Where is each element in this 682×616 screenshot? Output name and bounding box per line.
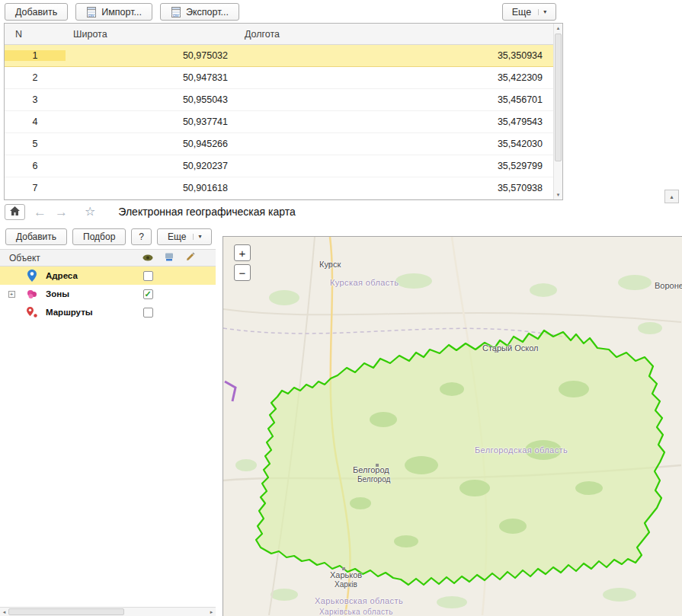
layer-row-addresses[interactable]: Адреса bbox=[0, 267, 216, 285]
eye-icon bbox=[142, 253, 153, 263]
lon-cell[interactable]: 35,542030 bbox=[237, 139, 562, 149]
add-object-label: Добавить bbox=[16, 231, 56, 242]
pick-button[interactable]: Подбор bbox=[72, 228, 126, 245]
edit-column-header[interactable] bbox=[180, 252, 201, 263]
map-label-kharkov: Харьков bbox=[330, 570, 362, 579]
navigation-bar: ← → ☆ Электронная географическая карта bbox=[0, 202, 564, 222]
tree-expand-icon[interactable]: + bbox=[8, 291, 15, 298]
panel-horizontal-scrollbar: ◂ ▸ bbox=[0, 607, 216, 616]
visibility-column-header[interactable] bbox=[137, 253, 158, 263]
scroll-up-arrow-icon[interactable]: ▴ bbox=[554, 24, 562, 33]
n-cell[interactable]: 3 bbox=[5, 94, 66, 105]
lon-cell[interactable]: 35,570938 bbox=[237, 183, 562, 193]
scrollbar-track bbox=[124, 608, 207, 616]
csv-file-icon: csv bbox=[86, 7, 97, 18]
lat-cell[interactable]: 50,937741 bbox=[66, 116, 237, 127]
n-cell[interactable]: 2 bbox=[5, 72, 66, 83]
layer-row-zones[interactable]: + Зоны ✓ bbox=[0, 285, 216, 303]
home-button[interactable] bbox=[5, 204, 25, 220]
table-row[interactable]: 7 50,901618 35,570938 bbox=[5, 177, 562, 199]
n-cell[interactable]: 4 bbox=[5, 116, 66, 127]
page-scroll-up-button[interactable]: ▴ bbox=[664, 190, 679, 203]
page-title: Электронная географическая карта bbox=[118, 206, 295, 218]
map-label-voronezh: Воронеж bbox=[655, 281, 682, 290]
visibility-checkbox[interactable]: ✓ bbox=[143, 289, 153, 299]
lon-cell[interactable]: 35,422309 bbox=[237, 72, 562, 83]
column-header-lat[interactable]: Широта bbox=[66, 29, 237, 40]
table-vertical-scrollbar: ▴ ▾ bbox=[553, 24, 562, 199]
export-button[interactable]: csv Экспорт... bbox=[160, 3, 239, 21]
column-header-object[interactable]: Объект bbox=[0, 253, 137, 263]
visibility-checkbox[interactable] bbox=[143, 271, 153, 281]
table-row[interactable]: 4 50,937741 35,479543 bbox=[5, 111, 562, 133]
more-button-panel[interactable]: Еще ▾ bbox=[157, 228, 212, 245]
lon-cell[interactable]: 35,350934 bbox=[237, 50, 562, 61]
scroll-left-arrow-icon[interactable]: ◂ bbox=[0, 608, 8, 616]
scrollbar-thumb[interactable] bbox=[555, 34, 562, 161]
layers-toolbar: Добавить Подбор ? Еще ▾ bbox=[5, 228, 212, 245]
back-arrow-icon[interactable]: ← bbox=[34, 206, 46, 219]
map-label-kharkov-oblast: Харьковская область bbox=[315, 596, 403, 605]
map-label-stary-oskol: Старый Оскол bbox=[482, 343, 539, 353]
help-button[interactable]: ? bbox=[131, 228, 152, 245]
map-tiles bbox=[223, 237, 681, 615]
lat-cell[interactable]: 50,945266 bbox=[66, 139, 237, 149]
chevron-down-icon: ▾ bbox=[538, 9, 546, 15]
more-label: Еще bbox=[512, 7, 531, 18]
coordinates-table: N Широта Долгота 1 50,975032 35,350934 2… bbox=[4, 23, 563, 200]
column-header-lon[interactable]: Долгота bbox=[237, 29, 562, 40]
scrollbar-thumb[interactable] bbox=[8, 608, 124, 615]
zoom-in-button[interactable]: + bbox=[234, 244, 251, 261]
help-label: ? bbox=[139, 231, 144, 242]
zoom-out-button[interactable]: − bbox=[234, 264, 251, 281]
map-label-kursk: Курск bbox=[319, 260, 341, 269]
routes-pin-icon bbox=[23, 307, 41, 318]
address-pin-icon bbox=[23, 270, 41, 282]
lat-cell[interactable]: 50,901618 bbox=[66, 183, 237, 193]
scroll-down-arrow-icon[interactable]: ▾ bbox=[554, 190, 562, 199]
scroll-right-arrow-icon[interactable]: ▸ bbox=[207, 608, 216, 616]
lon-cell[interactable]: 35,479543 bbox=[237, 116, 562, 127]
coords-table-header: N Широта Долгота bbox=[5, 24, 562, 45]
map-label-kursk-oblast: Курская область bbox=[330, 278, 399, 287]
n-cell[interactable]: 1 bbox=[5, 50, 66, 61]
table-row[interactable]: 3 50,955043 35,456701 bbox=[5, 89, 562, 111]
add-row-label: Добавить bbox=[15, 7, 57, 18]
n-cell[interactable]: 7 bbox=[5, 183, 66, 193]
svg-text:csv: csv bbox=[173, 13, 179, 18]
svg-text:csv: csv bbox=[88, 13, 94, 18]
coords-toolbar: Добавить csv Импорт... csv Экспорт... bbox=[5, 3, 239, 21]
favorite-star-icon[interactable]: ☆ bbox=[85, 206, 95, 218]
map-label-kharkiv: Харків bbox=[335, 580, 357, 589]
table-row[interactable]: 6 50,920237 35,529799 bbox=[5, 155, 562, 177]
lon-cell[interactable]: 35,456701 bbox=[237, 94, 562, 105]
lat-cell[interactable]: 50,920237 bbox=[66, 161, 237, 171]
more-label: Еще bbox=[168, 231, 186, 242]
column-header-n[interactable]: N bbox=[5, 29, 66, 40]
lon-cell[interactable]: 35,529799 bbox=[237, 161, 562, 171]
add-object-button[interactable]: Добавить bbox=[5, 228, 67, 245]
add-row-button[interactable]: Добавить bbox=[5, 3, 68, 21]
visibility-checkbox[interactable] bbox=[143, 308, 153, 318]
table-row[interactable]: 5 50,945266 35,542030 bbox=[5, 133, 562, 155]
table-row[interactable]: 1 50,975032 35,350934 bbox=[5, 45, 562, 67]
n-cell[interactable]: 5 bbox=[5, 139, 66, 149]
csv-file-icon: csv bbox=[171, 7, 181, 18]
scroll-up-arrow-icon: ▴ bbox=[670, 193, 673, 200]
lat-cell[interactable]: 50,947831 bbox=[66, 72, 237, 83]
style-column-header[interactable] bbox=[158, 252, 180, 263]
import-button[interactable]: csv Импорт... bbox=[75, 3, 152, 21]
lat-cell[interactable]: 50,955043 bbox=[66, 94, 237, 105]
pick-label: Подбор bbox=[83, 231, 115, 242]
layer-row-routes[interactable]: Маршруты bbox=[0, 303, 216, 321]
table-row[interactable]: 2 50,947831 35,422309 bbox=[5, 67, 562, 89]
pencil-icon bbox=[186, 252, 195, 263]
map-canvas[interactable]: + − Курск Курская область Воронеж Старый… bbox=[223, 236, 682, 616]
more-button-top[interactable]: Еще ▾ bbox=[502, 3, 556, 21]
home-icon bbox=[10, 205, 20, 219]
map-label-kharkiv-oblast: Харківська область bbox=[319, 608, 393, 616]
lat-cell[interactable]: 50,975032 bbox=[66, 50, 237, 61]
n-cell[interactable]: 6 bbox=[5, 161, 66, 171]
forward-arrow-icon[interactable]: → bbox=[55, 206, 68, 219]
import-label: Импорт... bbox=[101, 7, 142, 18]
